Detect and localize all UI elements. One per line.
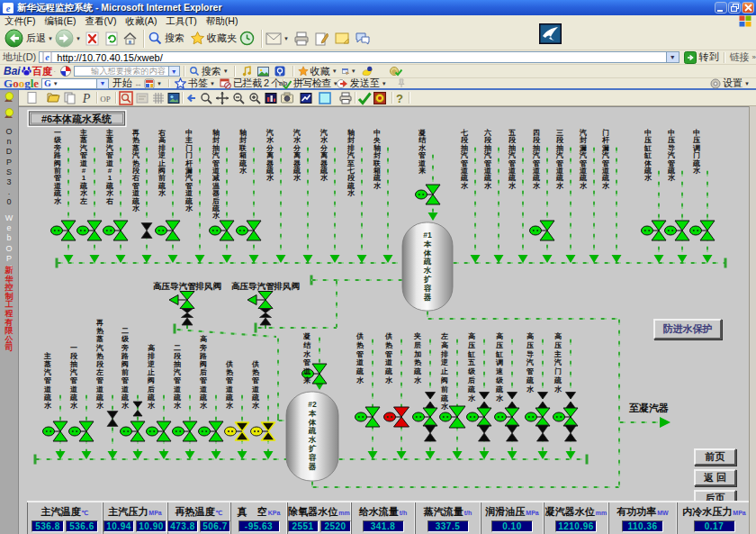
baidu-image-button[interactable] — [255, 67, 272, 77]
address-dropdown[interactable]: ▼ — [667, 51, 680, 63]
mail-button[interactable]: ▼ — [266, 32, 291, 45]
valve-stack[interactable] — [413, 393, 438, 442]
menu-item-1[interactable]: 编辑(E) — [40, 15, 80, 28]
valve-green[interactable] — [51, 221, 76, 240]
close-button[interactable] — [742, 2, 754, 14]
valve-green[interactable] — [416, 185, 441, 204]
baidu-window-dropdown[interactable]: ▼ — [351, 68, 356, 74]
valve-red[interactable] — [384, 407, 410, 427]
grid-button[interactable] — [151, 91, 166, 105]
edit-button[interactable] — [312, 32, 332, 46]
menu-item-3[interactable]: 收藏(A) — [121, 15, 161, 28]
valve-green[interactable] — [642, 221, 667, 240]
back-arrow-button[interactable] — [184, 91, 198, 105]
address-input[interactable]: e http://10.70.40.15/xweb/ — [39, 51, 666, 63]
op-button[interactable]: OP — [98, 91, 112, 105]
pan-button[interactable] — [215, 91, 230, 105]
refresh-button[interactable] — [103, 32, 121, 46]
search-button[interactable]: 搜索 — [148, 31, 184, 46]
side-lamp-icon-1[interactable] — [3, 107, 14, 119]
baidu-tieba-button[interactable] — [272, 66, 289, 77]
back-dropdown[interactable]: ▼ — [48, 36, 53, 41]
prev-page-button[interactable]: 前页 — [694, 448, 736, 466]
google-logo[interactable]: Google — [4, 77, 39, 91]
zoom-in-button[interactable] — [248, 91, 262, 105]
valve-green[interactable] — [210, 221, 235, 240]
valve-green[interactable] — [199, 421, 224, 441]
baidu-search-dropdown[interactable]: ▼ — [223, 68, 229, 74]
confirm-check-button[interactable] — [357, 91, 372, 105]
valve-green[interactable] — [69, 421, 94, 441]
home-button[interactable] — [121, 32, 140, 46]
history-button[interactable] — [237, 31, 258, 46]
menu-item-4[interactable]: 工具(T) — [161, 15, 201, 28]
copy-button[interactable] — [63, 91, 77, 105]
baidu-fav-dropdown[interactable]: ▼ — [332, 68, 338, 74]
vent-valve-group-1[interactable] — [248, 292, 273, 326]
sendto-dropdown[interactable]: ▼ — [382, 81, 387, 86]
baidu-search-input[interactable]: 输入想要搜索的内容 — [74, 66, 169, 77]
google-popup-blocker-button[interactable]: 已拦截 2 个 — [220, 77, 281, 90]
zoom-box-button[interactable] — [119, 91, 133, 105]
image-button[interactable] — [166, 91, 181, 105]
google-pin-button[interactable] — [394, 78, 409, 88]
back-button[interactable]: 后退 ▼ — [4, 29, 55, 48]
forward-button[interactable]: ▼ — [55, 29, 83, 48]
chart-red-button[interactable] — [264, 91, 278, 105]
favorites-button[interactable]: 收藏夹 — [190, 31, 237, 46]
return-button[interactable]: 返 回 — [694, 469, 736, 486]
help-button[interactable]: ? — [392, 91, 407, 105]
settings-dropdown[interactable]: ▼ — [744, 81, 750, 86]
valve-green[interactable] — [237, 221, 262, 240]
valve-green[interactable] — [147, 421, 172, 441]
menu-item-0[interactable]: 文件(F) — [0, 15, 40, 28]
google-spellcheck-button[interactable]: ab 拼写检查 ▼ — [279, 77, 340, 90]
new-doc-button[interactable] — [25, 91, 40, 105]
printer-button[interactable] — [338, 91, 353, 105]
discuss-button[interactable] — [352, 32, 374, 45]
vent-valve-group-0[interactable] — [169, 292, 194, 326]
baidu-duck-button[interactable] — [360, 66, 375, 77]
google-start-button[interactable]: 开始 ↔ ▼ — [112, 77, 164, 90]
disabled-button[interactable] — [135, 91, 149, 105]
valve-black[interactable] — [141, 223, 152, 239]
baidu-mp3-button[interactable] — [239, 66, 255, 77]
google-settings-button[interactable]: 设置 ▼ — [710, 77, 752, 90]
menu-item-2[interactable]: 查看(V) — [80, 15, 121, 28]
notes-button[interactable] — [332, 32, 352, 45]
google-search-input[interactable]: G ▼ — [41, 78, 97, 89]
valve-green[interactable] — [156, 221, 181, 240]
valve-green[interactable] — [356, 407, 381, 427]
mail-dropdown[interactable]: ▼ — [284, 36, 289, 41]
google-sendto-button[interactable]: 发送至 ▼ — [337, 77, 389, 90]
window-titlebar[interactable]: e 新华远程监控系统 - Microsoft Internet Explorer — [0, 0, 756, 15]
restore-button[interactable] — [728, 2, 741, 14]
water-intrusion-protect-button[interactable]: 防进水保护 — [653, 319, 722, 339]
google-bookmarks-button[interactable]: 书签 ▼ — [175, 77, 217, 90]
google-input-dropdown[interactable]: ▼ — [97, 78, 109, 89]
valve-stack[interactable] — [526, 393, 551, 442]
valve-green[interactable] — [43, 421, 68, 441]
baidu-check-button[interactable] — [388, 66, 404, 77]
open-folder-button[interactable] — [47, 91, 61, 105]
print-button[interactable] — [291, 32, 312, 46]
valve-stack[interactable] — [554, 393, 579, 442]
valve-green[interactable] — [690, 221, 716, 240]
zoom-out-button[interactable] — [231, 91, 246, 105]
p-button[interactable]: P — [79, 91, 94, 105]
valve-green[interactable] — [104, 221, 129, 240]
camera-button[interactable] — [280, 91, 294, 105]
bookmarks-dropdown[interactable]: ▼ — [210, 81, 215, 86]
alarm-target-button[interactable] — [373, 91, 387, 105]
stop-button[interactable] — [83, 32, 103, 46]
go-button[interactable]: 转到 — [684, 50, 719, 64]
links-chevron[interactable]: » — [752, 53, 756, 61]
minimize-button[interactable] — [715, 2, 727, 14]
baidu-logo-dropdown[interactable]: · — [54, 68, 56, 74]
valve-black[interactable] — [107, 412, 118, 427]
baidu-window-button[interactable]: ▼ — [342, 67, 358, 77]
baidu-input-dropdown[interactable]: ▼ — [169, 66, 180, 77]
forward-dropdown[interactable]: ▼ — [76, 36, 81, 41]
zoom-button[interactable] — [199, 91, 213, 105]
menu-item-5[interactable]: 帮助(H) — [202, 15, 243, 28]
